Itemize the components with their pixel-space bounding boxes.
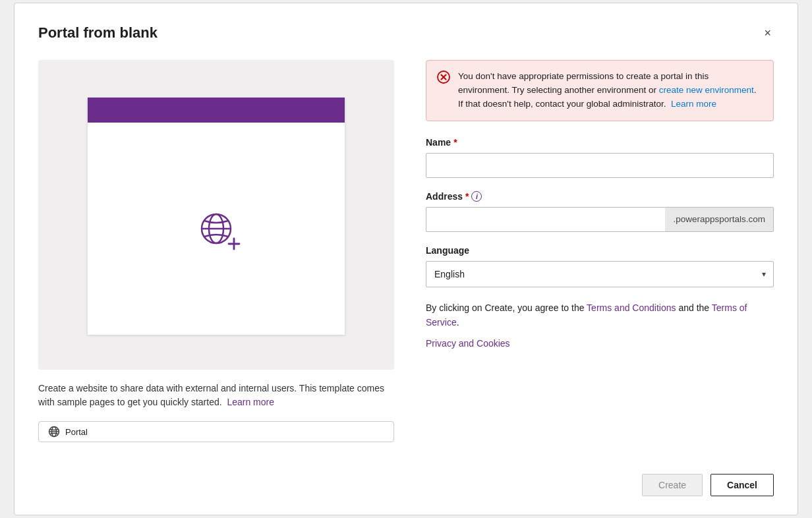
dialog-title: Portal from blank bbox=[38, 24, 158, 42]
error-icon bbox=[437, 71, 450, 111]
error-text: You don't have appropriate permissions t… bbox=[458, 70, 763, 111]
close-button[interactable]: × bbox=[761, 24, 774, 42]
preview-header-bar bbox=[88, 98, 345, 123]
globe-plus-icon bbox=[196, 209, 236, 248]
address-form-group: Address * i .powerappsportals.com bbox=[426, 191, 774, 232]
name-form-group: Name * bbox=[426, 137, 774, 178]
name-input[interactable] bbox=[426, 153, 774, 178]
error-learn-more-link[interactable]: Learn more bbox=[671, 99, 716, 109]
address-suffix: .powerappsportals.com bbox=[665, 207, 774, 232]
dialog-header: Portal from blank × bbox=[38, 24, 774, 42]
plus-icon bbox=[227, 237, 241, 251]
dialog-footer: Create Cancel bbox=[38, 463, 774, 496]
dialog-body: Create a website to share data with exte… bbox=[38, 60, 774, 442]
terms-conditions-link[interactable]: Terms and Conditions bbox=[587, 302, 676, 313]
address-label: Address * i bbox=[426, 191, 774, 202]
address-row: .powerappsportals.com bbox=[426, 207, 774, 232]
address-input[interactable] bbox=[426, 207, 665, 232]
learn-more-link[interactable]: Learn more bbox=[227, 397, 274, 407]
language-select[interactable]: English French German Spanish Japanese bbox=[426, 261, 774, 287]
description-text: Create a website to share data with exte… bbox=[38, 382, 394, 409]
portal-tag: Portal bbox=[38, 421, 394, 442]
left-panel: Create a website to share data with exte… bbox=[38, 60, 394, 442]
name-required-star: * bbox=[453, 137, 457, 148]
portal-tag-label: Portal bbox=[65, 427, 88, 437]
language-select-wrapper: English French German Spanish Japanese ▾ bbox=[426, 261, 774, 287]
consent-text: By clicking on Create, you agree to the … bbox=[426, 301, 774, 330]
right-panel: You don't have appropriate permissions t… bbox=[426, 60, 774, 442]
name-label: Name * bbox=[426, 137, 774, 148]
create-button[interactable]: Create bbox=[642, 474, 703, 496]
cancel-button[interactable]: Cancel bbox=[710, 474, 774, 496]
portal-from-blank-dialog: Portal from blank × bbox=[14, 3, 798, 515]
error-banner: You don't have appropriate permissions t… bbox=[426, 60, 774, 121]
privacy-cookies-link[interactable]: Privacy and Cookies bbox=[426, 338, 774, 349]
create-new-environment-link[interactable]: create new environment bbox=[659, 85, 754, 95]
preview-inner bbox=[88, 98, 345, 335]
language-label: Language bbox=[426, 245, 774, 256]
portal-globe-icon bbox=[48, 426, 60, 438]
preview-content bbox=[196, 123, 236, 335]
address-required-star: * bbox=[465, 191, 469, 202]
language-form-group: Language English French German Spanish J… bbox=[426, 245, 774, 287]
address-info-icon: i bbox=[471, 191, 482, 202]
preview-box bbox=[38, 60, 394, 370]
